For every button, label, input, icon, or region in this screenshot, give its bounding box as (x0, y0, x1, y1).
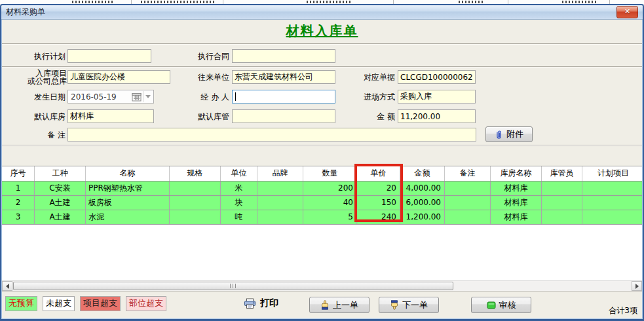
table-cell[interactable]: PPR钢塑热水管 (86, 181, 170, 195)
table-cell[interactable]: 6,000.00 (400, 196, 445, 210)
project-input[interactable] (67, 70, 170, 84)
date-label: 发生日期 (20, 92, 66, 103)
table-cell[interactable]: C安装 (35, 181, 86, 195)
table-cell[interactable]: 2 (2, 196, 35, 210)
exec-contract-input[interactable] (232, 49, 335, 63)
table-cell[interactable]: 150 (357, 196, 400, 210)
column-header[interactable]: 备注 (445, 166, 491, 181)
attachment-label: 附件 (506, 128, 523, 140)
table-cell[interactable]: A土建 (35, 210, 86, 224)
keeper-input[interactable] (232, 109, 335, 123)
column-header[interactable]: 计划项目 (582, 166, 642, 181)
audit-button[interactable]: 审核 (471, 297, 531, 313)
warehouse-input[interactable] (67, 109, 154, 123)
table-cell[interactable] (170, 181, 221, 195)
table-cell[interactable] (582, 196, 642, 210)
exec-plan-label: 执行计划 (20, 51, 66, 62)
table-cell[interactable] (445, 196, 491, 210)
table-cell[interactable]: 材料库 (491, 196, 542, 210)
items-table: 序号工种名称规格单位品牌数量单价金额备注库房名称库管员计划项目 1C安装PPR钢… (2, 166, 642, 281)
attachment-button[interactable]: 附件 (485, 126, 533, 142)
date-picker[interactable]: 2016-05-19 (67, 90, 154, 104)
table-cell[interactable]: 吨 (221, 210, 257, 224)
table-cell[interactable]: 1,200.00 (400, 210, 445, 224)
column-header[interactable]: 库管员 (542, 166, 582, 181)
table-cell[interactable]: 40 (303, 196, 357, 210)
table-cell[interactable]: 20 (357, 181, 400, 195)
table-cell[interactable] (542, 210, 582, 224)
exec-contract-label: 执行合同 (183, 51, 229, 62)
table-cell[interactable]: 材料库 (491, 210, 542, 224)
column-header[interactable]: 工种 (35, 166, 86, 181)
table-cell[interactable]: 米 (221, 181, 257, 195)
date-value: 2016-05-19 (71, 92, 132, 102)
table-cell[interactable]: 200 (303, 181, 357, 195)
handler-input[interactable] (232, 90, 335, 104)
scroll-left-button[interactable] (2, 281, 12, 291)
legend-chip: 未超支 (43, 296, 75, 311)
table-cell[interactable] (170, 196, 221, 210)
scrollbar-thumb[interactable] (13, 282, 453, 290)
table-cell[interactable] (257, 181, 303, 195)
remark-input[interactable] (67, 128, 476, 142)
date-dropdown-button[interactable] (143, 91, 152, 102)
thumb-grip-icon (230, 284, 237, 288)
table-cell[interactable]: 材料库 (491, 181, 542, 195)
print-button[interactable]: 打印 (244, 297, 278, 309)
table-cell[interactable]: 240 (357, 210, 400, 224)
column-header[interactable]: 名称 (86, 166, 170, 181)
table-cell[interactable] (257, 196, 303, 210)
table-cell[interactable] (582, 181, 642, 195)
column-header[interactable]: 库房名称 (491, 166, 542, 181)
print-label: 打印 (260, 297, 278, 309)
column-header[interactable]: 单位 (221, 166, 257, 181)
column-header[interactable]: 品牌 (257, 166, 303, 181)
partner-input[interactable] (232, 70, 335, 84)
warehouse-label: 默认库房 (20, 111, 66, 123)
table-cell[interactable]: 1 (2, 181, 35, 195)
table-row[interactable]: 1C安装PPR钢塑热水管米200204,000.00材料库 (2, 181, 642, 196)
close-button[interactable]: ✕ (616, 6, 638, 18)
divider (2, 291, 642, 292)
table-row[interactable]: 2A土建板房板块401506,000.00材料库 (2, 196, 642, 210)
doc-no-input[interactable] (398, 70, 476, 84)
column-header[interactable]: 序号 (2, 166, 35, 181)
doc-no-label: 对应单据 (349, 72, 395, 83)
amount-input[interactable] (398, 109, 476, 123)
table-cell[interactable] (257, 210, 303, 224)
divider (2, 66, 642, 67)
exec-plan-input[interactable] (67, 49, 151, 63)
arrow-right-icon (635, 284, 641, 289)
table-cell[interactable]: 4,000.00 (400, 181, 445, 195)
entry-mode-label: 进场方式 (349, 92, 395, 103)
scroll-right-button[interactable] (632, 281, 642, 291)
table-cell[interactable] (445, 181, 491, 195)
total-items-label: 合计3项 (609, 305, 637, 316)
column-header[interactable]: 金额 (400, 166, 445, 181)
handler-label: 经 办 人 (183, 92, 229, 103)
next-order-button[interactable]: 下一单 (379, 297, 439, 313)
table-cell[interactable] (170, 210, 221, 224)
table-cell[interactable] (582, 210, 642, 224)
green-square-icon (487, 301, 496, 309)
column-header[interactable]: 规格 (170, 166, 221, 181)
column-header[interactable]: 数量 (303, 166, 357, 181)
previous-order-button[interactable]: 上一单 (309, 297, 369, 313)
table-cell[interactable]: 3 (2, 210, 35, 224)
table-cell[interactable]: 水泥 (86, 210, 170, 224)
entry-mode-input[interactable] (398, 90, 476, 104)
table-cell[interactable]: A土建 (35, 196, 86, 210)
table-header-row: 序号工种名称规格单位品牌数量单价金额备注库房名称库管员计划项目 (2, 166, 642, 181)
table-cell[interactable] (542, 196, 582, 210)
divider (2, 43, 642, 44)
hand-up-icon (320, 300, 330, 310)
column-header[interactable]: 单价 (357, 166, 400, 181)
table-cell[interactable] (445, 210, 491, 224)
table-cell[interactable]: 块 (221, 196, 257, 210)
table-row[interactable]: 3A土建水泥吨52401,200.00材料库 (2, 210, 642, 225)
table-cell[interactable]: 5 (303, 210, 357, 224)
keeper-label: 默认库管 (183, 111, 229, 123)
horizontal-scrollbar[interactable] (2, 280, 642, 291)
table-cell[interactable] (542, 181, 582, 195)
table-cell[interactable]: 板房板 (86, 196, 170, 210)
